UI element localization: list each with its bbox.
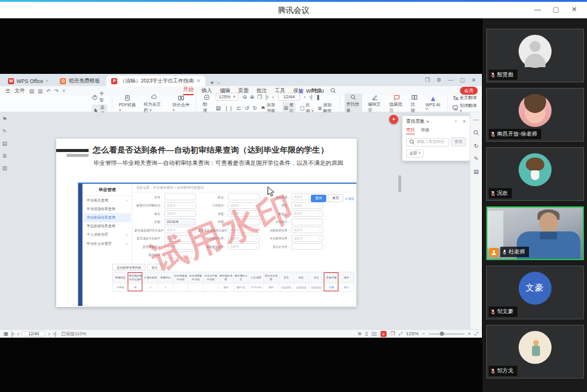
collapse-panel-icon[interactable]: — [473,117,479,123]
screenshot-menu-item[interactable]: 毕业生公示管理∨ [84,239,131,248]
close-icon[interactable]: ✕ [472,77,476,83]
participant-tile[interactable]: 文豪邹文豪 [486,266,584,319]
outline-icon[interactable]: ≣ [2,153,7,159]
zoom-slider[interactable] [429,333,464,335]
find-scope-filter[interactable]: 全部˅ [406,150,424,158]
bookmark-icon[interactable]: ⚑ [2,116,7,122]
double-page-icon[interactable]: ▯▯ [371,331,377,336]
reset-button[interactable]: 重置 [328,194,343,202]
settings-icon[interactable]: ⚙ [437,77,442,83]
field-select[interactable]: 请选择∨ [164,210,196,217]
page-last-button[interactable]: ›| [309,94,312,100]
table-cell[interactable]: 详情 [324,283,339,291]
page-number-input[interactable]: 12/44 [278,93,301,101]
thumbnail-icon[interactable]: ▤ [2,140,7,147]
wps-tab[interactable]: WWPS Office˅ [3,76,53,86]
field-select[interactable]: 请选择∨ [228,243,260,250]
print-icon[interactable]: ▥ [38,88,43,94]
play-mode-icon[interactable]: ▸ [381,331,387,337]
field-input[interactable] [291,219,323,225]
column-view-icon[interactable]: ❘❘ [224,105,233,111]
field-select[interactable]: 请选择∨ [228,227,260,233]
save-icon[interactable]: ▤ [29,88,34,94]
result-list-tab[interactable]: 自动初审结果列表 [112,264,145,270]
find-panel-tab-查找[interactable]: 查找 [406,127,415,134]
toolbar-button-查找替换[interactable]: 查找替换 [345,93,362,114]
frame-view-icon[interactable]: ⊏ [237,105,241,111]
status-layout-icon[interactable]: ▦ [4,331,9,336]
new-tab-button[interactable]: + [207,79,217,86]
page-first-button[interactable]: |‹ [266,94,269,100]
field-select[interactable]: 请选择∨ [164,243,196,250]
field-select[interactable]: 请选择∨ [164,227,196,233]
column-icon[interactable]: ❚ [316,94,320,100]
find-input[interactable]: 请输入查找内容 [406,138,449,147]
member-button[interactable]: 会员 [460,87,478,95]
participant-tile[interactable]: 况欢 [486,147,584,201]
toolbar-button-转为云文档[interactable]: 转为云文档 ˅ [142,93,167,114]
participant-tile[interactable]: 杜老师 [486,206,584,260]
status-prev-page[interactable]: ‹ [18,331,20,337]
collapse-link[interactable]: ∧ 收起 [345,197,354,200]
panel-close-icon[interactable]: ✕ [462,119,466,124]
caret-down-icon[interactable]: ˅ [426,119,429,125]
page-prev-button[interactable]: ‹ [272,94,274,100]
tab-list-caret-icon[interactable]: ˅ [217,81,221,86]
field-input[interactable]: 2023秋季 [164,219,196,225]
maximize-button[interactable]: ▢ [547,2,565,16]
query-button[interactable]: 查询 [311,195,326,202]
status-next-page[interactable]: › [48,331,50,337]
field-select[interactable]: 请选择∨ [164,202,196,209]
participant-tile[interactable]: 南昌开放-徐老师 [486,88,584,142]
field-input[interactable] [228,194,260,200]
file-menu[interactable]: 文件 [15,87,25,95]
toolbar-button-隐藏批注[interactable]: 隐藏批注 [388,93,406,114]
export-button[interactable]: 导出 [147,264,162,270]
tab-close-icon[interactable]: ✕ [196,78,200,84]
toolbar-button-PDF转换[interactable]: PDF转换 ˅ [117,94,138,113]
screenshot-menu-item[interactable]: 毕业相关查询∨ [84,196,131,205]
status-first-page[interactable]: |‹ [12,331,15,337]
toolbar-button-拆分合并[interactable]: 拆分合并 ˅ [170,94,192,113]
toolbar-button-全文翻译[interactable]: 全文翻译 [452,95,477,101]
status-page-input[interactable]: 12/44 [22,331,45,336]
field-select[interactable]: 请选择∨ [291,202,323,209]
search-panel-icon[interactable] [473,129,479,136]
pages-panel-icon[interactable]: ▤ [473,169,479,175]
maximize-icon[interactable]: ▢ [460,77,465,83]
zoom-in-button[interactable]: + [468,331,471,336]
minimize-button[interactable]: — [528,2,547,16]
field-input[interactable] [228,219,260,225]
vertical-scrollbar[interactable] [398,175,401,192]
field-select[interactable]: 请选择∨ [291,210,323,217]
status-settings-icon[interactable]: ⊛ [357,331,362,336]
field-select[interactable]: 请选择∨ [164,235,196,242]
toolbar-button-WPS AI[interactable]: WPS AI ˅ [423,95,442,112]
field-select[interactable]: 请选择∨ [228,235,260,242]
single-page-icon[interactable]: ▯ [365,331,368,336]
layout-icon[interactable]: ❐ [425,77,430,83]
wps-tab[interactable]: P（清稿）2023学士学位工作指南✕ [106,76,205,86]
rotate-right-icon[interactable]: ↻ [253,105,257,111]
undo-icon[interactable]: ↶ [46,88,51,94]
field-select[interactable]: 请选择∨ [228,210,260,217]
attachment-icon[interactable]: ▥ [2,165,7,171]
screenshot-menu-item[interactable]: 自动初审结果查询 [84,213,131,222]
screenshot-menu-item[interactable]: 个人业务办理∨ [84,231,131,239]
page-background-icon[interactable]: ▤ [216,105,221,111]
promo-floating-button[interactable]: ✦ [389,115,398,124]
fit-page-icon[interactable]: ❐ [257,94,262,100]
zoom-select[interactable]: 125%˅ [216,93,239,101]
sync-icon[interactable]: ↻ [474,143,479,149]
fullscreen-button[interactable]: ⤢ [475,331,478,337]
close-button[interactable]: ✕ [565,2,583,16]
field-select[interactable]: 请选择∨ [291,227,323,233]
zoom-out-button[interactable]: − [422,331,425,336]
annotate-icon[interactable]: ✎ [2,128,7,134]
rotate-left-icon[interactable]: ↺ [245,105,249,111]
redo-icon[interactable]: ↷ [54,88,59,94]
book-mode-icon[interactable]: ❐ [390,331,395,336]
participant-tile[interactable]: 邹方戈 [486,325,584,379]
participant-tile[interactable]: 殷贤彪 [486,29,584,82]
toolbar-button-编辑文字[interactable]: 编辑文字 [366,93,384,114]
